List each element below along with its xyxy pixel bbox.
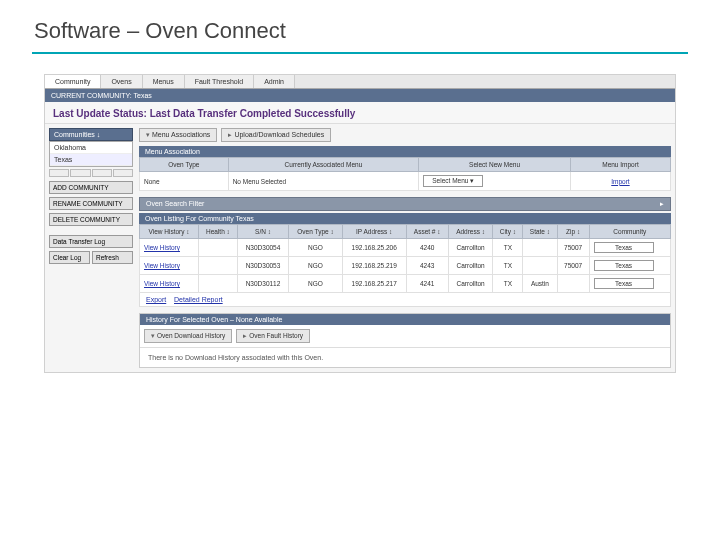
col-state[interactable]: State ↕ [523,225,557,239]
view-history-link[interactable]: View History [144,262,180,269]
cell-sn: N30D30053 [237,257,289,275]
menu-assoc-row: None No Menu Selected Select Menu ▾ Impo… [140,172,671,191]
import-link[interactable]: Import [611,178,629,185]
tab-fault-threshold[interactable]: Fault Threshold [185,75,255,88]
filter-label: Oven Search Filter [146,200,204,208]
upload-download-schedules-button[interactable]: ▸Upload/Download Schedules [221,128,331,142]
add-community-button[interactable]: ADD COMMUNITY [49,181,133,194]
cell-sn: N30D30054 [237,239,289,257]
mini-btn-3[interactable] [92,169,112,177]
community-item-texas[interactable]: Texas [50,154,132,166]
page-title: Software – Oven Connect [24,12,696,52]
cell-city: TX [493,239,523,257]
history-panel: History For Selected Oven – None Availab… [139,313,671,368]
table-row[interactable]: View History N30D30054 NGO 192.168.25.20… [140,239,671,257]
cell-type: NGO [289,239,342,257]
mini-btn-2[interactable] [70,169,90,177]
chevron-right-icon: ▸ [228,131,232,138]
delete-community-button[interactable]: DELETE COMMUNITY [49,213,133,226]
status-bar: Last Update Status: Last Data Transfer C… [45,102,675,124]
history-header: History For Selected Oven – None Availab… [140,314,670,325]
current-community-banner: CURRENT COMMUNITY: Texas [45,89,675,102]
title-rule [32,52,688,54]
cell-state: Austin [523,275,557,293]
cell-health [199,239,238,257]
col-sn[interactable]: S/N ↕ [237,225,289,239]
oven-fault-history-tab[interactable]: ▸Oven Fault History [236,329,310,343]
status-text: Last Data Transfer Completed Successfull… [150,108,356,119]
cell-city: TX [493,275,523,293]
col-city[interactable]: City ↕ [493,225,523,239]
cell-state [523,257,557,275]
tab-ovens[interactable]: Ovens [101,75,142,88]
main-panel: ▾Menu Associations ▸Upload/Download Sche… [137,124,675,372]
cell-sn: N30D30112 [237,275,289,293]
col-asset[interactable]: Asset # ↕ [406,225,448,239]
col-ip[interactable]: IP Address ↕ [342,225,406,239]
community-select[interactable]: Texas [594,278,654,289]
mini-btn-1[interactable] [49,169,69,177]
cell-import: Import [570,172,670,191]
chevron-down-icon: ▾ [151,332,155,339]
history-body: There is no Download History associated … [140,347,670,367]
detailed-report-link[interactable]: Detailed Report [174,296,223,303]
tab-community[interactable]: Community [45,75,101,88]
cell-ip: 192.168.25.219 [342,257,406,275]
cell-current-menu: No Menu Selected [228,172,419,191]
cell-community: Texas [589,275,670,293]
col-address[interactable]: Address ↕ [448,225,493,239]
oven-listing-table: View History ↕ Health ↕ S/N ↕ Oven Type … [139,224,671,293]
cell-state [523,239,557,257]
oven-search-filter[interactable]: Oven Search Filter ▸ [139,197,671,211]
view-history-link[interactable]: View History [144,244,180,251]
status-prefix: Last Update Status: [53,108,150,119]
tab-menus[interactable]: Menus [143,75,185,88]
mini-btn-4[interactable] [113,169,133,177]
communities-header[interactable]: Communities ↓ [49,128,133,141]
col-community[interactable]: Community [589,225,670,239]
menu-associations-label: Menu Associations [152,131,210,138]
chevron-right-icon: ▸ [243,332,247,339]
community-select[interactable]: Texas [594,260,654,271]
cell-addr: Carrollton [448,239,493,257]
cell-zip: 75007 [557,257,589,275]
col-zip[interactable]: Zip ↕ [557,225,589,239]
cell-zip: 75007 [557,239,589,257]
main-tabs: Community Ovens Menus Fault Threshold Ad… [45,75,675,89]
oven-listing-header: Oven Listing For Community Texas [139,213,671,224]
export-link[interactable]: Export [146,296,166,303]
clear-log-button[interactable]: Clear Log [49,251,90,264]
cell-addr: Carrollton [448,257,493,275]
rename-community-button[interactable]: RENAME COMMUNITY [49,197,133,210]
col-view-history[interactable]: View History ↕ [140,225,199,239]
col-oven-type[interactable]: Oven Type [140,158,229,172]
menu-associations-button[interactable]: ▾Menu Associations [139,128,217,142]
cell-addr: Carrollton [448,275,493,293]
refresh-button[interactable]: Refresh [92,251,133,264]
cell-type: NGO [289,257,342,275]
tab-admin[interactable]: Admin [254,75,295,88]
col-health[interactable]: Health ↕ [199,225,238,239]
community-item-oklahoma[interactable]: Oklahoma [50,142,132,154]
cell-city: TX [493,257,523,275]
table-row[interactable]: View History N30D30053 NGO 192.168.25.21… [140,257,671,275]
sidebar: Communities ↓ Oklahoma Texas ADD COMMUNI… [45,124,137,372]
cell-type: NGO [289,275,342,293]
col-menu-import[interactable]: Menu Import [570,158,670,172]
cell-asset: 4240 [406,239,448,257]
table-row[interactable]: View History N30D30112 NGO 192.168.25.21… [140,275,671,293]
view-history-link[interactable]: View History [144,280,180,287]
col-select-menu[interactable]: Select New Menu [419,158,571,172]
cell-health [199,257,238,275]
oven-download-history-tab[interactable]: ▾Oven Download History [144,329,232,343]
select-menu-dropdown[interactable]: Select Menu ▾ [423,175,483,187]
col-current-menu[interactable]: Currently Associated Menu [228,158,419,172]
chevron-down-icon: ▾ [146,131,150,138]
cell-select-menu: Select Menu ▾ [419,172,571,191]
download-history-label: Oven Download History [157,332,225,339]
data-transfer-log-button[interactable]: Data Transfer Log [49,235,133,248]
menu-association-table: Oven Type Currently Associated Menu Sele… [139,157,671,191]
col-oven-type[interactable]: Oven Type ↕ [289,225,342,239]
community-select[interactable]: Texas [594,242,654,253]
menu-association-header: Menu Association [139,146,671,157]
